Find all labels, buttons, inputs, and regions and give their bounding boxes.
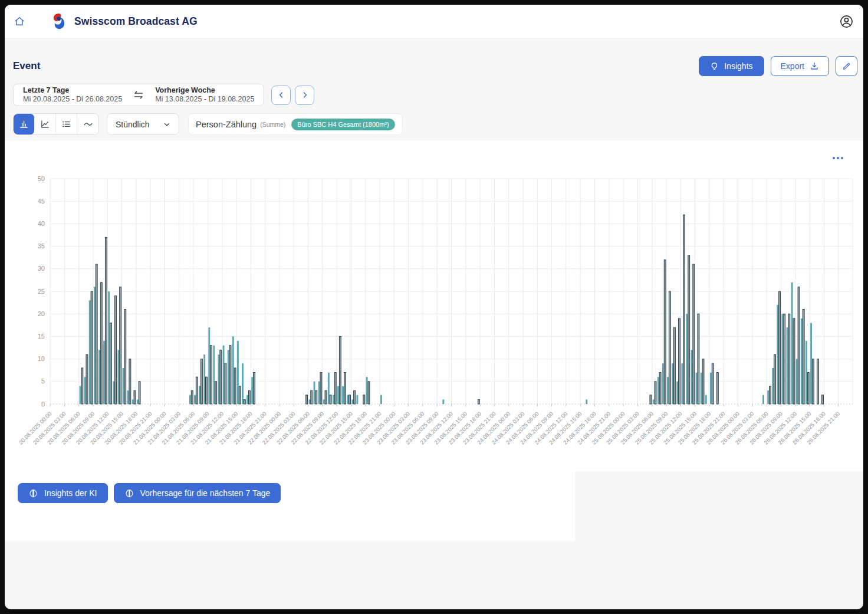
svg-text:40: 40: [38, 220, 45, 227]
bar-chart-icon: [19, 119, 29, 129]
pencil-icon: [842, 62, 851, 71]
page-title: Event: [13, 60, 40, 72]
date-navigation-row: Letzte 7 Tage Mi 20.08.2025 - Di 26.08.2…: [13, 84, 857, 106]
svg-text:15: 15: [38, 333, 45, 340]
ai-insights-button[interactable]: Insights der KI: [18, 483, 108, 503]
svg-text:5: 5: [41, 377, 45, 385]
list-icon: [61, 119, 71, 129]
chevron-down-icon: [163, 121, 170, 128]
export-button[interactable]: Export: [771, 56, 829, 76]
home-icon: [14, 15, 25, 27]
brain-icon: [124, 488, 134, 498]
lightbulb-icon: [710, 62, 719, 71]
chart-card: 0510152025303540455020.08.2025 00:0020.0…: [5, 140, 863, 471]
user-icon: [839, 14, 854, 29]
interval-select[interactable]: Stündlich: [107, 113, 179, 135]
svg-text:20: 20: [38, 310, 45, 317]
forecast-button-label: Vorhersage für die nächsten 7 Tage: [140, 488, 271, 498]
person-count-chart: 0510152025303540455020.08.2025 00:0020.0…: [5, 140, 863, 471]
zone-badge[interactable]: Büro SBC H4 Gesamt (1800m²): [291, 119, 394, 130]
ai-insights-button-label: Insights der KI: [44, 488, 97, 498]
svg-text:0: 0: [41, 400, 45, 408]
chart-type-toggle: [13, 113, 99, 135]
app-title: Swisscom Broadcast AG: [74, 15, 198, 28]
swisscom-logo: [51, 12, 67, 30]
previous-period-button[interactable]: [271, 86, 291, 105]
current-period-range: Mi 20.08.2025 - Di 26.08.2025: [23, 95, 122, 104]
chevron-right-icon: [301, 91, 309, 99]
account-button[interactable]: [839, 14, 854, 29]
forecast-button[interactable]: Vorhersage für die nächsten 7 Tage: [114, 483, 281, 503]
chart-type-bar-button[interactable]: [14, 114, 35, 134]
home-button[interactable]: [14, 15, 25, 27]
date-range-picker[interactable]: Letzte 7 Tage Mi 20.08.2025 - Di 26.08.2…: [13, 84, 264, 106]
measure-aggregation: (Summe): [260, 121, 285, 128]
current-period-label: Letzte 7 Tage: [23, 86, 122, 95]
wave-icon: [83, 119, 94, 129]
app-header: Swisscom Broadcast AG: [5, 5, 863, 38]
insights-button-label: Insights: [724, 61, 752, 71]
line-chart-icon: [40, 119, 50, 129]
app-window: Swisscom Broadcast AG Event Insights: [5, 5, 863, 609]
svg-text:30: 30: [38, 265, 45, 272]
page-heading-row: Event Insights Export: [8, 56, 857, 76]
svg-text:35: 35: [38, 242, 45, 249]
export-button-label: Export: [781, 61, 804, 71]
swap-arrows-icon: [133, 90, 144, 100]
chart-type-line-button[interactable]: [35, 114, 56, 134]
svg-text:45: 45: [38, 198, 45, 205]
insights-panel: Insights der KI Vorhersage für die nächs…: [5, 471, 575, 541]
measure-box: Person-Zählung (Summe) Büro SBC H4 Gesam…: [188, 113, 403, 135]
svg-text:50: 50: [38, 175, 45, 182]
ellipsis-icon: [833, 157, 843, 159]
comparison-period-range: Mi 13.08.2025 - Di 19.08.2025: [155, 95, 254, 104]
chart-menu-button[interactable]: [830, 155, 846, 162]
insights-button[interactable]: Insights: [699, 56, 764, 76]
interval-select-value: Stündlich: [116, 120, 150, 129]
measure-label: Person-Zählung: [196, 120, 257, 129]
svg-text:25: 25: [38, 288, 45, 295]
svg-text:10: 10: [38, 355, 45, 362]
edit-button[interactable]: [836, 56, 857, 76]
comparison-period-label: Vorherige Woche: [155, 86, 254, 95]
chevron-left-icon: [277, 91, 285, 99]
swap-periods-button[interactable]: [133, 90, 144, 100]
next-period-button[interactable]: [295, 86, 314, 105]
comparison-period[interactable]: Vorherige Woche Mi 13.08.2025 - Di 19.08…: [155, 86, 254, 104]
chart-type-trend-button[interactable]: [77, 114, 98, 134]
chart-toolbar: Stündlich Person-Zählung (Summe) Büro SB…: [13, 113, 857, 135]
current-period[interactable]: Letzte 7 Tage Mi 20.08.2025 - Di 26.08.2…: [23, 86, 122, 104]
download-icon: [810, 61, 819, 71]
brain-icon: [28, 488, 38, 498]
chart-type-table-button[interactable]: [56, 114, 77, 134]
